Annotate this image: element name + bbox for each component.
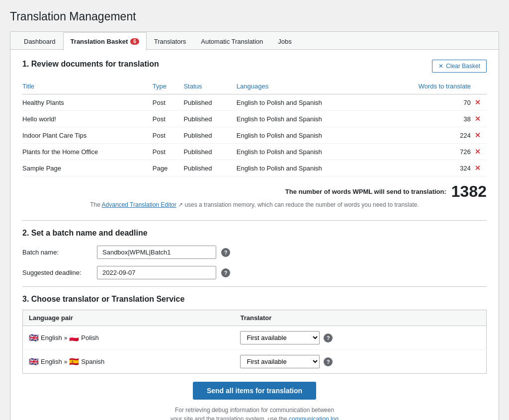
ate-note-prefix: The [90, 201, 100, 208]
tab-translation-basket-badge: 6 [130, 38, 139, 45]
remove-icon[interactable]: ✕ [475, 131, 481, 139]
ate-external-icon: ↗ [178, 201, 184, 208]
section1-header: 1. Review documents for translation ✕ Cl… [22, 60, 487, 73]
tab-translation-basket-label: Translation Basket [71, 38, 128, 45]
cell-languages: English to Polish and Spanish [237, 160, 383, 176]
translator-cell: First available ? [234, 326, 486, 350]
cell-words: 224 [383, 127, 475, 144]
cell-remove: ✕ [475, 160, 487, 176]
lang-pair-cell: 🇬🇧 English » 🇪🇸 Spanish [23, 350, 235, 374]
section1-title: 1. Review documents for translation [22, 60, 159, 69]
translator-select[interactable]: First available [240, 355, 320, 368]
cell-remove: ✕ [475, 127, 487, 144]
batch-name-input[interactable] [97, 246, 216, 259]
col-lang-pair: Language pair [23, 310, 235, 326]
table-row: Indoor Plant Care Tips Post Published En… [22, 127, 487, 144]
cell-type: Page [153, 160, 184, 176]
cell-status: Published [183, 160, 236, 176]
cell-status: Published [183, 111, 236, 127]
clear-basket-icon: ✕ [438, 63, 443, 70]
col-status: Status [183, 79, 236, 94]
table-row: Healthy Plants Post Published English to… [22, 94, 487, 111]
cell-type: Post [153, 94, 184, 111]
section2-title: 2. Set a batch name and deadline [22, 229, 487, 238]
table-row: Sample Page Page Published English to Po… [22, 160, 487, 176]
tab-dashboard[interactable]: Dashboard [16, 32, 63, 50]
clear-basket-button[interactable]: ✕ Clear Basket [432, 60, 487, 73]
cell-words: 726 [383, 144, 475, 160]
cell-languages: English to Polish and Spanish [237, 111, 383, 127]
remove-icon[interactable]: ✕ [475, 115, 481, 123]
cell-title: Sample Page [22, 160, 153, 176]
to-flag: 🇪🇸 [69, 357, 79, 366]
cell-remove: ✕ [475, 144, 487, 160]
page-title: Translation Management [10, 10, 499, 23]
deadline-label: Suggested deadline: [22, 269, 92, 276]
tab-jobs[interactable]: Jobs [270, 32, 299, 50]
word-count-row: The number of words WPML will send to tr… [22, 178, 487, 201]
from-lang: English [41, 334, 62, 341]
cell-type: Post [153, 144, 184, 160]
batch-name-row: Batch name: ? [22, 246, 487, 259]
cell-title: Healthy Plants [22, 94, 153, 111]
arrow-icon: » [64, 335, 68, 341]
from-flag: 🇬🇧 [29, 333, 39, 342]
batch-name-label: Batch name: [22, 249, 92, 256]
main-card: Dashboard Translation Basket 6 Translato… [10, 31, 499, 420]
send-all-button[interactable]: Send all items for translation [193, 382, 316, 400]
deadline-input[interactable] [97, 266, 216, 279]
section2-divider [22, 286, 487, 287]
translator-help-icon[interactable]: ? [324, 357, 333, 366]
translator-row: 🇬🇧 English » 🇵🇱 Polish First available ? [23, 326, 487, 350]
table-row: Hello world! Post Published English to P… [22, 111, 487, 127]
section1-divider [22, 220, 487, 221]
remove-icon[interactable]: ✕ [475, 98, 481, 106]
translator-row: 🇬🇧 English » 🇪🇸 Spanish First available … [23, 350, 487, 374]
cell-status: Published [183, 94, 236, 111]
col-languages: Languages [237, 79, 383, 94]
ate-link[interactable]: Advanced Translation Editor [102, 201, 176, 208]
tab-translation-basket[interactable]: Translation Basket 6 [63, 32, 147, 50]
clear-basket-label: Clear Basket [446, 63, 480, 70]
cell-type: Post [153, 127, 184, 144]
translator-select[interactable]: First available [240, 331, 320, 344]
bottom-section: Send all items for translation For retri… [22, 374, 487, 420]
cell-title: Plants for the Home Office [22, 144, 153, 160]
table-row: Plants for the Home Office Post Publishe… [22, 144, 487, 160]
cell-words: 70 [383, 94, 475, 111]
remove-icon[interactable]: ✕ [475, 148, 481, 156]
tab-automatic-translation[interactable]: Automatic Translation [193, 32, 270, 50]
remove-icon[interactable]: ✕ [475, 164, 481, 172]
col-type: Type [153, 79, 184, 94]
cell-remove: ✕ [475, 111, 487, 127]
to-flag: 🇵🇱 [69, 333, 79, 342]
translator-cell: First available ? [234, 350, 486, 374]
col-translator: Translator [234, 310, 486, 326]
cell-languages: English to Polish and Spanish [237, 94, 383, 111]
cell-languages: English to Polish and Spanish [237, 144, 383, 160]
translator-table: Language pair Translator 🇬🇧 English » 🇵🇱… [22, 310, 487, 374]
cell-remove: ✕ [475, 94, 487, 111]
col-words: Words to translate [383, 79, 475, 94]
col-title: Title [22, 79, 153, 94]
section3-title: 3. Choose translator or Translation Serv… [22, 295, 487, 304]
tabs-bar: Dashboard Translation Basket 6 Translato… [10, 32, 499, 50]
translator-help-icon[interactable]: ? [324, 334, 333, 342]
to-lang: Polish [81, 334, 98, 341]
communication-log-link[interactable]: communication log [289, 416, 339, 420]
tab-translators[interactable]: Translators [147, 32, 194, 50]
batch-name-help-icon[interactable]: ? [221, 248, 230, 257]
tab-content: 1. Review documents for translation ✕ Cl… [10, 50, 499, 420]
ate-note: The Advanced Translation Editor ↗ uses a… [22, 201, 487, 212]
to-lang: Spanish [81, 358, 104, 365]
cell-words: 38 [383, 111, 475, 127]
deadline-help-icon[interactable]: ? [221, 268, 230, 277]
word-count-label: The number of words WPML will send to tr… [285, 188, 446, 195]
deadline-row: Suggested deadline: ? [22, 266, 487, 279]
cell-status: Published [183, 127, 236, 144]
cell-title: Indoor Plant Care Tips [22, 127, 153, 144]
from-lang: English [41, 358, 62, 365]
word-count-number: 1382 [451, 183, 487, 199]
cell-status: Published [183, 144, 236, 160]
lang-pair-cell: 🇬🇧 English » 🇵🇱 Polish [23, 326, 235, 350]
